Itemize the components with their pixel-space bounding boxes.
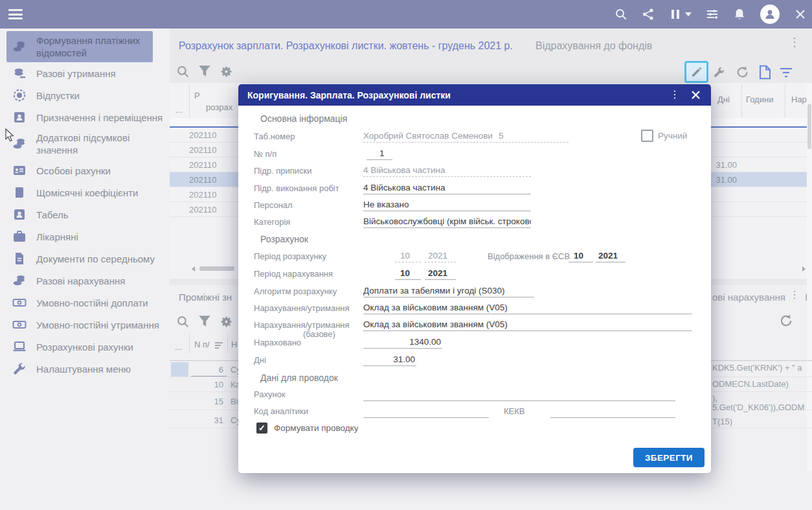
section-postings: Дані для проводок [260, 373, 338, 383]
tab-vidrakhuvannia[interactable]: Відрахування до фондів [536, 40, 652, 52]
field-underline [363, 417, 489, 418]
dialog-close-icon[interactable] [691, 90, 701, 100]
sidebar-item-formuvannia[interactable]: Формування платіжних відомостей [6, 31, 153, 62]
sidebar-item-label: Відпустки [36, 89, 80, 102]
sidebar-item-koefitsiienty[interactable]: Щомісячні коефіцієнти [0, 181, 170, 203]
selected-cell[interactable] [171, 362, 188, 377]
close-window-icon[interactable] [794, 8, 807, 21]
field-label: Код аналітики [254, 406, 308, 416]
briefcase-icon [11, 229, 28, 244]
sidebar-item-label: Особові рахунки [36, 165, 111, 177]
formula-fragment: T(15) [712, 417, 811, 426]
column-header-nar: Нар [791, 95, 807, 104]
narahovano-input[interactable]: 1340.00 [363, 337, 441, 347]
coins-icon [11, 273, 28, 288]
field-label: Категорія [254, 217, 290, 227]
sidebar-item-dokumenty[interactable]: Документи по середньому [0, 248, 170, 270]
filter-funnel-icon[interactable] [198, 65, 211, 78]
sidebar-item-dodatkovi[interactable]: Додаткові підсумкові значення [0, 128, 170, 159]
field-label: Нарахування/утримання [254, 320, 350, 330]
hamburger-menu-icon[interactable] [8, 9, 23, 19]
pause-dropdown[interactable] [669, 8, 692, 21]
period-rozrah-year[interactable]: 2021 [428, 251, 447, 261]
sidebar-item-razovi-narakhuvannia[interactable]: Разові нарахування [0, 270, 170, 292]
gear-icon[interactable] [220, 65, 233, 78]
sort-icon[interactable] [214, 342, 223, 349]
bottom-section-title: Проміжні зн [179, 292, 232, 303]
dialog-menu-icon[interactable]: ⋮ [670, 89, 680, 100]
column-header-dni: Дні [717, 95, 730, 104]
narah-utrym-base-input[interactable]: Оклад за військовим званням (V05) [363, 319, 508, 329]
bottom-right-tab-2[interactable]: І [805, 292, 807, 303]
queue-settings-icon[interactable] [706, 8, 719, 21]
period-narah-year-input[interactable]: 2021 [428, 268, 447, 278]
search-icon[interactable] [615, 8, 627, 21]
field-underline [550, 417, 675, 418]
bell-icon[interactable] [733, 8, 746, 21]
column-header-npp: N п/ [194, 340, 210, 349]
id-card-icon [11, 163, 28, 178]
user-avatar[interactable] [760, 5, 780, 24]
period-rozrah-month[interactable]: 10 [400, 251, 410, 261]
column-divider [227, 334, 228, 353]
bottom-right-tab[interactable]: ові нарахування [712, 292, 787, 303]
refresh-icon[interactable] [736, 65, 749, 79]
section-calc: Розрахунок [260, 234, 308, 244]
esv-year-input[interactable]: 2021 [598, 251, 618, 261]
dni-input[interactable]: 31.00 [363, 354, 415, 364]
more-menu-icon[interactable]: ⋮ [789, 293, 800, 297]
sidebar-item-label: Щомісячні коефіцієнти [36, 187, 138, 199]
scroll-left-arrow[interactable] [190, 266, 197, 272]
field-underline [363, 211, 531, 211]
refresh-icon[interactable] [779, 314, 793, 328]
field-underline [363, 400, 675, 401]
horizontal-scrollbar-thumb[interactable] [199, 266, 234, 271]
save-button[interactable]: ЗБЕРЕГТИ [633, 448, 705, 467]
form-posting-checkbox[interactable]: ✓ [256, 423, 267, 434]
sidebar-item-pryznachennia[interactable]: Призначення і переміщення [0, 106, 170, 128]
filter-funnel-icon[interactable] [198, 315, 211, 328]
search-icon[interactable] [176, 65, 190, 78]
sidebar-item-rozrakhunkovi-rakhunky[interactable]: Розрахункові рахунки [0, 336, 170, 358]
field-underline [395, 262, 421, 262]
category-input[interactable]: Військовослужбовці (крім військ. строков… [363, 216, 531, 226]
field-underline [425, 279, 456, 280]
laptop-icon [11, 339, 28, 354]
gear-icon[interactable] [220, 315, 233, 329]
field-underline [395, 279, 421, 280]
sidebar-item-vidpustky[interactable]: Відпустки [0, 84, 170, 106]
narah-utrym-input[interactable]: Оклад за військовим званням (V05) [363, 303, 508, 312]
sidebar-item-umovno-doplaty[interactable]: Умовно-постійні доплати [0, 292, 170, 314]
sidebar-item-tabel[interactable]: Табель [0, 203, 170, 226]
tab-number-num-value[interactable]: 5 [499, 131, 504, 141]
pidr-vykonannia-input[interactable]: 4 Військова частина [363, 183, 530, 192]
new-document-icon[interactable] [759, 65, 771, 80]
more-menu-icon[interactable]: ⋮ [789, 40, 800, 44]
tab-number-name-value[interactable]: Хоробрий Святослав Семенович [363, 131, 493, 141]
npp-input[interactable]: 1 [379, 148, 385, 158]
pencil-icon [691, 66, 703, 78]
sidebar-item-likarniani[interactable]: Лікарняні [0, 226, 170, 248]
sidebar-item-razovi-utrymannia[interactable]: Разові утримання [0, 62, 170, 84]
scroll-right-arrow[interactable] [800, 266, 807, 272]
sidebar-item-nalashtuvannia[interactable]: Налаштування меню [0, 358, 170, 380]
search-icon[interactable] [176, 315, 190, 329]
personal-input[interactable]: Не вказано [363, 200, 530, 209]
sidebar-item-osobovi-rakhunky[interactable]: Особові рахунки [0, 159, 170, 181]
wrench-icon[interactable] [712, 65, 726, 79]
pidr-prypysky-value[interactable]: 4 Військова частина [363, 165, 530, 175]
edit-pencil-button[interactable] [684, 61, 708, 83]
sidebar-item-label: Разові утримання [36, 67, 116, 80]
column-header-h: Н [231, 340, 237, 349]
esv-month-input[interactable]: 10 [574, 251, 583, 261]
period-narah-month-input[interactable]: 10 [400, 268, 410, 278]
manual-checkbox[interactable] [641, 130, 653, 142]
algorithm-input[interactable]: Доплати за табелями і угоді (S030) [363, 286, 505, 296]
filter-lines-icon[interactable] [779, 67, 793, 78]
coins-minus-icon [11, 65, 28, 81]
share-icon[interactable] [642, 8, 655, 21]
sidebar-item-umovno-utrymannia[interactable]: Умовно-постійні утримання [0, 314, 170, 336]
vertical-scrollbar-thumb[interactable] [807, 104, 811, 149]
tab-rozrakhunok-zarplaty[interactable]: Розрахунок зарплати. Розрахункові листки… [179, 40, 513, 52]
column-divider [189, 334, 190, 353]
